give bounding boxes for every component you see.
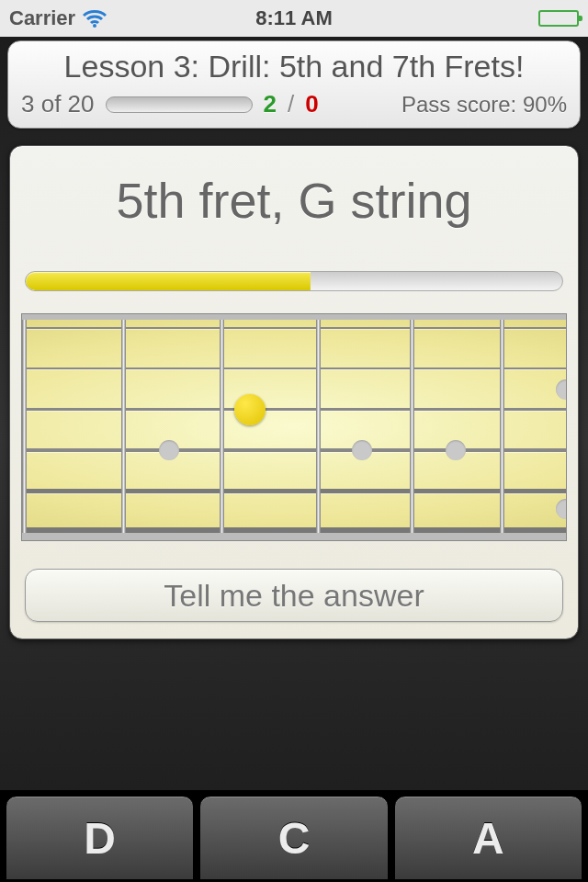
fret-inlay bbox=[556, 379, 566, 400]
quiz-panel: 5th fret, G string bbox=[9, 145, 579, 639]
score-wrong: 0 bbox=[305, 90, 318, 119]
fret-line bbox=[220, 320, 224, 533]
answer-button-2[interactable]: A bbox=[394, 796, 582, 880]
battery-icon bbox=[538, 10, 579, 27]
clock-label: 8:11 AM bbox=[0, 6, 588, 30]
fretboard bbox=[21, 313, 567, 541]
progress-count: 3 of 20 bbox=[21, 90, 95, 119]
fret-line bbox=[410, 320, 414, 533]
fret-inlay bbox=[352, 440, 372, 460]
lesson-title: Lesson 3: Drill: 5th and 7th Frets! bbox=[21, 49, 567, 85]
string-5 bbox=[22, 489, 566, 493]
fret-line bbox=[500, 320, 504, 533]
fret-inlay bbox=[556, 499, 566, 519]
reveal-answer-button[interactable]: Tell me the answer bbox=[25, 569, 563, 622]
score-correct: 2 bbox=[264, 90, 277, 119]
lesson-header-card: Lesson 3: Drill: 5th and 7th Frets! 3 of… bbox=[7, 40, 581, 129]
string-3 bbox=[22, 408, 566, 411]
string-2 bbox=[22, 368, 566, 369]
string-6 bbox=[22, 527, 566, 533]
fret-inlay bbox=[446, 440, 466, 460]
note-indicator bbox=[234, 394, 266, 425]
pass-score-label: Pass score: 90% bbox=[401, 92, 567, 118]
string-1 bbox=[22, 327, 566, 329]
answer-button-1[interactable]: C bbox=[199, 796, 388, 880]
lesson-progress-bar bbox=[106, 96, 253, 113]
timer-bar bbox=[25, 271, 563, 291]
fret-line bbox=[316, 320, 321, 533]
ios-status-bar: Carrier 8:11 AM bbox=[0, 0, 588, 37]
fret-inlay bbox=[159, 440, 179, 460]
fret-line bbox=[22, 320, 27, 533]
question-prompt: 5th fret, G string bbox=[21, 172, 567, 229]
fret-line bbox=[121, 320, 126, 533]
answer-button-0[interactable]: D bbox=[6, 796, 194, 880]
timer-fill bbox=[26, 272, 311, 290]
answer-bar: D C A bbox=[0, 790, 588, 882]
score-slash: / bbox=[288, 90, 294, 119]
string-4 bbox=[22, 448, 566, 452]
